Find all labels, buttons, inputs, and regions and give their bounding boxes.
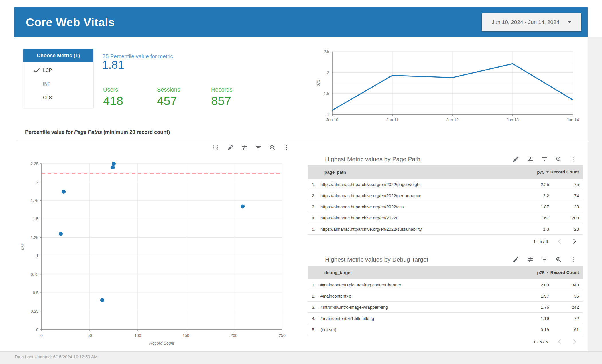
metric-filter-card: Choose Metric (1) LCPINPCLS	[23, 49, 93, 108]
explore-zoom-icon[interactable]	[555, 156, 562, 163]
table-row[interactable]: 5.https://almanac.httparchive.org/en/202…	[308, 223, 583, 235]
tune-icon[interactable]	[527, 156, 534, 163]
x-axis-label: Record Count	[149, 341, 174, 345]
tune-icon[interactable]	[241, 144, 248, 151]
table-row[interactable]: 1.https://almanac.httparchive.org/en/202…	[308, 179, 583, 190]
y-tick-label: 1.75	[31, 198, 38, 203]
scorecard-sessions: Sessions 457	[157, 86, 180, 108]
table-pagination: 1 - 5 / 5	[308, 335, 583, 348]
sort-desc-icon	[546, 171, 549, 173]
y-tick-label: 0.25	[31, 309, 38, 314]
scorecard-value: 457	[157, 94, 180, 108]
table-body: 1.#maincontent>picture>img.content-banne…	[308, 279, 583, 335]
scatter-point[interactable]	[62, 190, 66, 194]
edit-icon[interactable]	[512, 256, 519, 263]
row-dimension-value: https://almanac.httparchive.org/en/2022/…	[320, 227, 512, 232]
explore-zoom-icon[interactable]	[555, 256, 562, 263]
row-record-count: 23	[549, 204, 579, 209]
pagination-label: 1 - 5 / 5	[533, 339, 548, 344]
table-row[interactable]: 1.#maincontent>picture>img.content-banne…	[308, 279, 583, 290]
row-index: 1.	[308, 282, 320, 287]
y-tick-label: 1.25	[31, 235, 38, 240]
section-divider	[17, 141, 589, 141]
page-next-icon[interactable]	[571, 238, 578, 244]
table-header-row: page_path p75 Record Count	[308, 165, 583, 179]
metric-filter-title: Choose Metric (1)	[23, 49, 93, 62]
table-row[interactable]: 2.#maincontent>p1.9736	[308, 290, 583, 302]
scatter-point[interactable]	[111, 165, 115, 169]
row-record-count: 20	[549, 227, 579, 232]
scatter-chart-svg[interactable]: 00.250.50.7511.251.51.7522.2505010015020…	[17, 156, 298, 348]
column-header-p75[interactable]: p75	[512, 270, 549, 275]
y-tick-label: 0.5	[33, 290, 39, 295]
row-record-count: 209	[549, 215, 579, 220]
report-page: Core Web Vitals Jun 10, 2024 - Jun 14, 2…	[0, 0, 602, 364]
row-record-count: 74	[549, 193, 579, 198]
table-row[interactable]: 3.#intro>div.intro-image-wrapper>img1.76…	[308, 302, 583, 313]
y-axis-label: p75	[20, 243, 25, 250]
scatter-chart[interactable]: 00.250.50.7511.251.51.7522.2505010015020…	[17, 156, 298, 349]
filter-icon[interactable]	[255, 144, 262, 151]
table-row[interactable]: 2.https://almanac.httparchive.org/en/202…	[308, 190, 583, 201]
scatter-point[interactable]	[59, 232, 63, 236]
table-row[interactable]: 4.https://almanac.httparchive.org/en/202…	[308, 212, 583, 223]
y-tick-label: 1.5	[324, 91, 330, 96]
section-title: Percentile value for Page Paths (minimum…	[25, 129, 170, 135]
page-prev-icon[interactable]	[556, 339, 563, 345]
primary-scorecard-value: 1.81	[102, 58, 124, 71]
table-row[interactable]: 3.https://almanac.httparchive.org/en/202…	[308, 201, 583, 212]
edit-icon[interactable]	[512, 156, 519, 163]
column-header-record-count[interactable]: Record Count	[549, 169, 579, 174]
table-row[interactable]: 5.(not set)0.1961	[308, 324, 583, 335]
report-header: Core Web Vitals Jun 10, 2024 - Jun 14, 2…	[14, 7, 588, 37]
table-row[interactable]: 4.#maincontent>h1.title.title-lg1.1972	[308, 313, 583, 324]
y-tick-label: 0.75	[31, 272, 38, 277]
scatter-point[interactable]	[112, 162, 116, 166]
column-header-dimension[interactable]: page_path	[320, 170, 512, 175]
metric-option-cls[interactable]: CLS	[23, 91, 93, 105]
scatter-point[interactable]	[241, 205, 245, 209]
row-index: 2.	[308, 193, 320, 198]
row-dimension-value: https://almanac.httparchive.org/en/2022/	[320, 215, 512, 220]
column-header-p75[interactable]: p75	[512, 170, 549, 175]
row-p75-value: 2.2	[512, 193, 549, 198]
x-tick-label: 250	[279, 333, 286, 338]
more-options-icon[interactable]	[570, 256, 577, 263]
column-header-record-count[interactable]: Record Count	[549, 270, 579, 275]
filter-icon[interactable]	[541, 156, 548, 163]
row-p75-value: 1.67	[512, 215, 549, 220]
sort-desc-icon	[546, 272, 549, 273]
page-footer: Data Last Updated: 6/15/2024 10:12:50 AM	[0, 351, 602, 364]
page-prev-icon[interactable]	[556, 238, 563, 244]
timeseries-chart-svg[interactable]: 11.522.5Jun 10Jun 11Jun 12Jun 13Jun 14p7…	[315, 46, 587, 127]
more-options-icon[interactable]	[570, 156, 577, 163]
table-toolbar	[512, 256, 577, 263]
y-tick-label: 1	[327, 112, 329, 117]
date-range-label: Jun 10, 2024 - Jun 14, 2024	[492, 19, 560, 25]
table-debug-target: Highest Metric values by Debug Target de…	[308, 254, 583, 348]
metric-option-inp[interactable]: INP	[23, 77, 93, 91]
metric-option-lcp[interactable]: LCP	[23, 64, 93, 77]
x-tick-label: Jun 10	[326, 118, 338, 122]
row-p75-value: 2.25	[512, 182, 549, 187]
explore-zoom-icon[interactable]	[269, 144, 276, 151]
filter-icon[interactable]	[541, 256, 548, 263]
x-tick-label: 200	[231, 333, 237, 338]
page-next-icon[interactable]	[571, 339, 578, 345]
tune-icon[interactable]	[527, 256, 534, 263]
timeseries-chart[interactable]: 11.522.5Jun 10Jun 11Jun 12Jun 13Jun 14p7…	[315, 46, 587, 128]
y-tick-label: 0	[36, 327, 38, 332]
more-options-icon[interactable]	[283, 144, 290, 151]
column-header-dimension[interactable]: debug_target	[320, 270, 512, 275]
metric-option-label: LCP	[43, 68, 52, 73]
x-tick-label: Jun 14	[567, 118, 579, 122]
row-p75-value: 2.09	[512, 282, 549, 287]
marquee-select-icon[interactable]	[212, 144, 220, 151]
row-p75-value: 1.19	[512, 316, 549, 321]
date-range-picker[interactable]: Jun 10, 2024 - Jun 14, 2024	[482, 13, 581, 31]
row-index: 1.	[308, 182, 320, 187]
row-dimension-value: #maincontent>p	[320, 294, 512, 298]
row-index: 4.	[308, 316, 320, 321]
edit-icon[interactable]	[227, 144, 234, 151]
scatter-point[interactable]	[100, 298, 104, 302]
